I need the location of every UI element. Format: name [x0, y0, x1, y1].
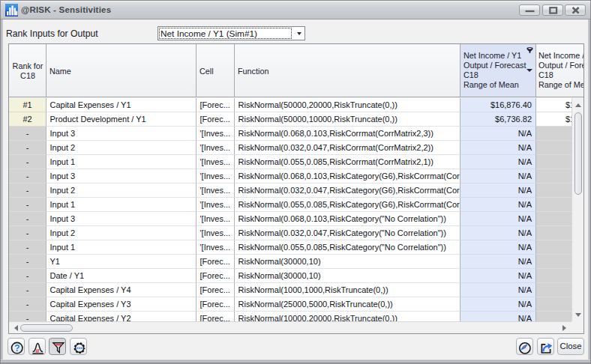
svg-text:#: #: [35, 347, 40, 355]
svg-text:?: ?: [14, 343, 20, 354]
